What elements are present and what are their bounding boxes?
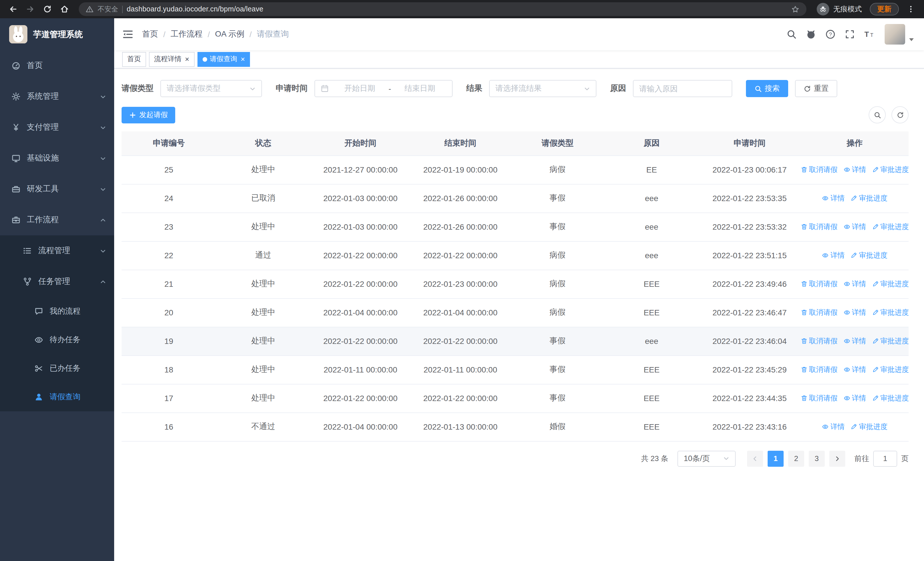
back-button[interactable] (6, 2, 21, 17)
edit-icon (872, 366, 879, 373)
font-size-icon: TT (864, 29, 874, 39)
cell-id: 21 (122, 270, 216, 298)
cancel-action-link[interactable]: 取消请假 (801, 279, 837, 289)
question-circle-icon: ? (825, 29, 836, 39)
sidebar-item-task-management[interactable]: 任务管理 (0, 266, 114, 297)
create-leave-button[interactable]: 发起请假 (122, 107, 175, 123)
progress-action-link[interactable]: 审批进度 (872, 165, 909, 174)
cell-applied: 2022-01-22 23:51:15 (699, 241, 801, 270)
date-range-picker[interactable]: 开始日期 - 结束日期 (315, 80, 453, 97)
cancel-action-link[interactable]: 取消请假 (801, 336, 837, 346)
cancel-action-link[interactable]: 取消请假 (801, 365, 837, 375)
cancel-action-link[interactable]: 取消请假 (801, 308, 837, 317)
page-size-select[interactable]: 10条/页 (678, 450, 736, 466)
cancel-action-link[interactable]: 取消请假 (801, 393, 837, 403)
chevron-left-icon (752, 455, 759, 462)
help-button[interactable]: ? (821, 21, 840, 47)
sidebar-item-devtools[interactable]: 研发工具 (0, 174, 114, 205)
goto-page-input[interactable] (873, 450, 897, 466)
sidebar-toggle-button[interactable] (122, 29, 134, 40)
close-icon[interactable]: × (240, 56, 245, 63)
leave-type-select[interactable]: 请选择请假类型 (160, 80, 262, 97)
fullscreen-button[interactable] (840, 21, 860, 47)
header-search-button[interactable] (782, 21, 801, 47)
detail-action-link[interactable]: 详情 (822, 251, 844, 260)
sidebar-item-home[interactable]: 首页 (0, 50, 114, 81)
detail-action-link[interactable]: 详情 (843, 279, 866, 289)
sidebar-item-payment[interactable]: 支付管理 (0, 112, 114, 143)
sidebar-item-todo-tasks[interactable]: 待办任务 (0, 326, 114, 354)
progress-action-link[interactable]: 审批进度 (872, 336, 909, 346)
result-select[interactable]: 请选择流结果 (489, 80, 596, 97)
breadcrumb-item[interactable]: 工作流程 (171, 29, 202, 39)
breadcrumb-item[interactable]: 首页 (142, 29, 158, 39)
table-row: 20处理中2022-01-04 00:00:002022-01-04 00:00… (122, 298, 909, 327)
sidebar-item-my-process[interactable]: 我的流程 (0, 297, 114, 326)
page-button-2[interactable]: 2 (788, 450, 804, 466)
toggle-search-button[interactable] (868, 106, 886, 123)
progress-action-link[interactable]: 审批进度 (850, 251, 888, 260)
incognito-icon (817, 3, 829, 15)
reason-input[interactable] (639, 84, 726, 93)
refresh-icon (896, 111, 904, 119)
home-button[interactable] (57, 2, 72, 17)
progress-action-link[interactable]: 审批进度 (872, 308, 909, 317)
reset-button-label: 重置 (814, 83, 829, 94)
tags-view-bar: 首页 流程详情 × 请假查询 × (114, 50, 924, 69)
tab-leave-query[interactable]: 请假查询 × (197, 52, 250, 66)
next-page-button[interactable] (829, 450, 845, 466)
sidebar-item-infrastructure[interactable]: 基础设施 (0, 143, 114, 174)
progress-action-link[interactable]: 审批进度 (850, 422, 888, 432)
tab-process-detail[interactable]: 流程详情 × (149, 52, 194, 66)
progress-action-link[interactable]: 审批进度 (872, 393, 909, 403)
detail-action-link[interactable]: 详情 (843, 365, 866, 375)
reset-button[interactable]: 重置 (795, 80, 837, 97)
breadcrumb-item[interactable]: OA 示例 (215, 29, 244, 39)
forward-button[interactable] (23, 2, 38, 17)
sidebar-item-done-tasks[interactable]: 已办任务 (0, 354, 114, 383)
close-icon[interactable]: × (185, 56, 189, 63)
progress-action-link[interactable]: 审批进度 (850, 193, 888, 203)
cell-actions: 取消请假详情审批进度 (801, 327, 909, 355)
detail-action-link[interactable]: 详情 (843, 165, 866, 174)
github-link[interactable] (801, 21, 821, 47)
progress-action-link[interactable]: 审批进度 (872, 279, 909, 289)
cell-status: 不通过 (216, 412, 310, 441)
cancel-action-link[interactable]: 取消请假 (801, 165, 837, 174)
refresh-table-button[interactable] (891, 106, 909, 123)
search-button[interactable]: 搜索 (746, 80, 788, 97)
app-logo[interactable]: 芋道管理系统 (0, 18, 114, 50)
sidebar-item-system[interactable]: 系统管理 (0, 81, 114, 112)
detail-action-link[interactable]: 详情 (843, 222, 866, 232)
cancel-action-link[interactable]: 取消请假 (801, 222, 837, 232)
detail-action-link[interactable]: 详情 (822, 422, 844, 432)
browser-menu-button[interactable] (903, 2, 918, 17)
sidebar-item-process-management[interactable]: 流程管理 (0, 235, 114, 266)
prev-page-button[interactable] (747, 450, 763, 466)
progress-action-link[interactable]: 审批进度 (872, 365, 909, 375)
edit-icon (850, 252, 857, 259)
progress-action-link[interactable]: 审批进度 (872, 222, 909, 232)
tab-home[interactable]: 首页 (122, 52, 146, 66)
edit-icon (850, 195, 857, 202)
page-button-1[interactable]: 1 (768, 450, 784, 466)
chevron-down-icon (100, 124, 106, 131)
detail-action-link[interactable]: 详情 (843, 393, 866, 403)
sidebar-item-leave-query[interactable]: 请假查询 (0, 383, 114, 411)
cell-actions: 详情审批进度 (801, 241, 909, 270)
user-menu[interactable] (885, 24, 914, 45)
detail-action-link[interactable]: 详情 (843, 308, 866, 317)
update-button[interactable]: 更新 (870, 3, 899, 15)
url-bar[interactable]: 不安全 dashboard.yudao.iocoder.cn/bpm/oa/le… (79, 2, 806, 16)
sidebar-item-workflow[interactable]: 工作流程 (0, 205, 114, 235)
detail-action-link[interactable]: 详情 (843, 336, 866, 346)
fullscreen-icon (844, 29, 855, 39)
bookmark-star-icon[interactable] (791, 5, 800, 14)
cell-status: 已取消 (216, 184, 310, 212)
cell-end: 2022-01-19 00:00:00 (410, 155, 510, 184)
detail-action-link[interactable]: 详情 (822, 193, 844, 203)
reload-button[interactable] (40, 2, 55, 17)
cell-applied: 2022-01-22 23:46:04 (699, 327, 801, 355)
font-size-button[interactable]: TT (860, 21, 879, 47)
page-button-3[interactable]: 3 (809, 450, 825, 466)
